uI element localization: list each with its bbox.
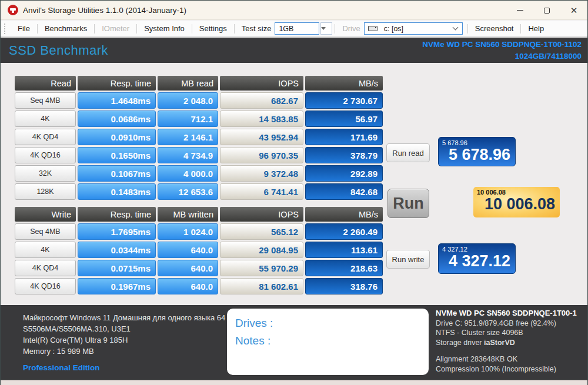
column-header: IOPS bbox=[220, 207, 303, 222]
mbs-value: 2 260.49 bbox=[305, 223, 383, 240]
motherboard: S5506MA/S5506MA.310, U3E1 bbox=[23, 323, 225, 334]
resp-time-value: 0.0686ms bbox=[78, 111, 156, 127]
menu-bar: File Benchmarks IOmeter System Info Sett… bbox=[1, 21, 587, 37]
minimize-button[interactable] bbox=[506, 1, 533, 20]
mbs-value: 218.63 bbox=[305, 260, 383, 276]
test-size-dropdown-button[interactable] bbox=[320, 22, 332, 35]
drives-notes-box[interactable]: Drives : Notes : bbox=[227, 309, 429, 375]
mb-read-value: 2 048.0 bbox=[158, 92, 218, 109]
maximize-button[interactable] bbox=[533, 1, 560, 20]
menu-help[interactable]: Help bbox=[521, 21, 551, 36]
mb-written-value: 640.0 bbox=[158, 278, 218, 294]
table-row: 4K QD16 0.1967ms 640.0 81 602.61 318.76 bbox=[15, 278, 383, 294]
device-capacity: 1024GB/74118000 bbox=[422, 51, 582, 62]
row-label-button[interactable]: 4K QD4 bbox=[15, 129, 76, 145]
row-label-button[interactable]: 4K QD16 bbox=[15, 278, 76, 294]
row-label-button[interactable]: 4K QD4 bbox=[15, 260, 76, 276]
resp-time-value: 0.1650ms bbox=[78, 147, 156, 163]
row-label-button[interactable]: Seq 4MB bbox=[15, 223, 76, 240]
iops-value: 81 602.61 bbox=[220, 278, 303, 294]
drives-label: Drives : bbox=[235, 314, 420, 332]
spacer bbox=[436, 347, 587, 354]
mbs-value: 113.61 bbox=[305, 242, 383, 258]
column-header: MB/s bbox=[305, 207, 383, 222]
total-score-box: 10 006.08 10 006.08 bbox=[473, 187, 560, 217]
row-label-button[interactable]: 4K bbox=[15, 111, 76, 127]
drive-select[interactable]: c: [os] bbox=[364, 22, 463, 35]
window-title: Anvil's Storage Utilities 1.1.0 (2014-Ja… bbox=[23, 6, 186, 15]
benchmark-area: Read Resp. time MB read IOPS MB/s Seq 4M… bbox=[1, 63, 587, 305]
iops-value: 682.67 bbox=[220, 92, 303, 109]
storage-driver-line: Storage driver iaStorVD bbox=[436, 338, 587, 348]
iops-value: 96 970.35 bbox=[220, 147, 303, 163]
read-score-value: 5 678.96 bbox=[442, 146, 510, 164]
menu-system-info[interactable]: System Info bbox=[137, 21, 192, 36]
table-row: 32K 0.1067ms 4 000.0 9 372.48 292.89 bbox=[15, 165, 383, 182]
column-header: Resp. time bbox=[78, 76, 156, 91]
table-row: Seq 4MB 1.4648ms 2 048.0 682.67 2 730.67 bbox=[15, 92, 383, 109]
resp-time-value: 0.1483ms bbox=[78, 183, 156, 200]
system-info-panel: Майкрософт Windows 11 Домашняя для одног… bbox=[1, 305, 587, 380]
total-score-value: 10 006.08 bbox=[477, 196, 555, 213]
column-header: MB read bbox=[158, 76, 218, 91]
column-header: IOPS bbox=[220, 76, 303, 91]
row-label-button[interactable]: 4K bbox=[15, 242, 76, 258]
run-read-button[interactable]: Run read bbox=[386, 143, 430, 162]
mbs-value: 842.68 bbox=[305, 183, 383, 200]
chevron-down-icon bbox=[321, 27, 326, 30]
mb-written-value: 640.0 bbox=[158, 242, 218, 258]
row-label-button[interactable]: 32K bbox=[15, 165, 76, 182]
minimize-icon bbox=[517, 10, 523, 11]
read-score-box: 5 678.96 5 678.96 bbox=[438, 137, 516, 166]
resp-time-value: 1.4648ms bbox=[78, 92, 156, 109]
column-header: MB written bbox=[158, 207, 218, 222]
row-label-button[interactable]: Seq 4MB bbox=[15, 92, 76, 109]
menu-settings[interactable]: Settings bbox=[192, 21, 234, 36]
app-icon bbox=[8, 5, 18, 15]
mb-written-value: 1 024.0 bbox=[158, 223, 218, 240]
resp-time-value: 0.0344ms bbox=[78, 242, 156, 258]
table-row: Seq 4MB 1.7695ms 1 024.0 565.12 2 260.49 bbox=[15, 223, 383, 240]
mbs-value: 292.89 bbox=[305, 165, 383, 182]
mbs-value: 378.79 bbox=[305, 147, 383, 163]
drive-free-space: Drive C: 951.9/879.4GB free (92.4%) bbox=[436, 319, 587, 329]
table-row: 4K QD16 0.1650ms 4 734.9 96 970.35 378.7… bbox=[15, 147, 383, 163]
os-name: Майкрософт Windows 11 Домашняя для одног… bbox=[23, 312, 225, 323]
menu-file[interactable]: File bbox=[11, 21, 37, 36]
disk-icon bbox=[368, 26, 377, 31]
drive-value: c: [os] bbox=[380, 25, 453, 33]
column-header: Write bbox=[15, 207, 76, 222]
resp-time-value: 0.0910ms bbox=[78, 129, 156, 145]
compression-info: Compression 100% (Incompressible) bbox=[436, 364, 587, 374]
menu-screenshot[interactable]: Screenshot bbox=[468, 21, 521, 36]
iops-value: 9 372.48 bbox=[220, 165, 303, 182]
toolbar-grip[interactable] bbox=[4, 24, 7, 34]
menu-benchmarks[interactable]: Benchmarks bbox=[38, 21, 94, 36]
window-controls: ✕ bbox=[506, 1, 587, 20]
row-label-button[interactable]: 128K bbox=[15, 183, 76, 200]
drive-model: NVMe WD PC SN560 SDDPNQE-1T00-1 bbox=[436, 309, 587, 319]
window-bottom-edge bbox=[1, 380, 587, 385]
mbs-value: 2 730.67 bbox=[305, 92, 383, 109]
test-size-label: Test size bbox=[235, 24, 275, 33]
mb-read-value: 4 000.0 bbox=[158, 165, 218, 182]
title-bar: Anvil's Storage Utilities 1.1.0 (2014-Ja… bbox=[1, 1, 587, 20]
run-write-button[interactable]: Run write bbox=[386, 250, 430, 269]
test-size-select[interactable]: 1GB bbox=[275, 22, 319, 35]
iops-value: 565.12 bbox=[220, 223, 303, 240]
read-table-header: Read Resp. time MB read IOPS MB/s bbox=[15, 76, 383, 91]
resp-time-value: 0.1967ms bbox=[78, 278, 156, 294]
run-button[interactable]: Run bbox=[387, 189, 429, 218]
close-button[interactable]: ✕ bbox=[560, 1, 587, 20]
mbs-value: 171.69 bbox=[305, 129, 383, 145]
resp-time-value: 0.1067ms bbox=[78, 165, 156, 182]
mb-read-value: 4 734.9 bbox=[158, 147, 218, 163]
chevron-down-icon bbox=[452, 25, 458, 31]
write-table-header: Write Resp. time MB written IOPS MB/s bbox=[15, 207, 383, 222]
close-icon: ✕ bbox=[570, 6, 578, 15]
page-title: SSD Benchmark bbox=[9, 43, 108, 58]
device-model: NVMe WD PC SN560 SDDPNQE-1T00-1102 bbox=[422, 39, 582, 51]
row-label-button[interactable]: 4K QD16 bbox=[15, 147, 76, 163]
app-window: Anvil's Storage Utilities 1.1.0 (2014-Ja… bbox=[0, 0, 588, 385]
mb-written-value: 640.0 bbox=[158, 260, 218, 276]
